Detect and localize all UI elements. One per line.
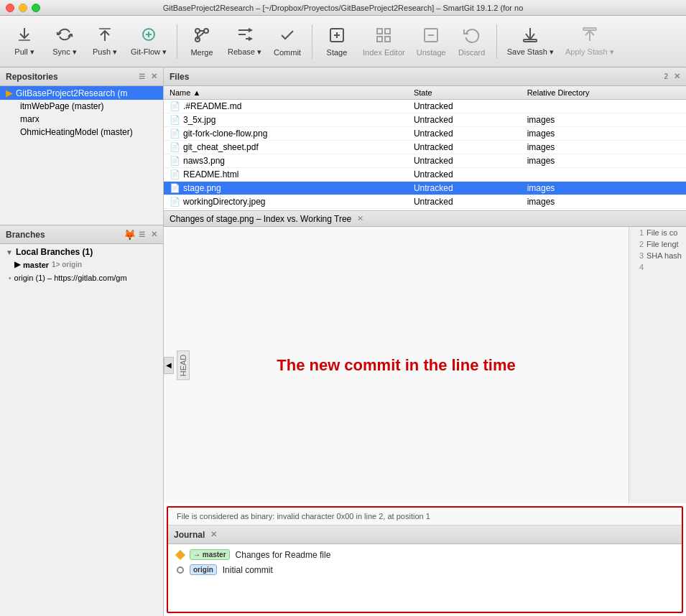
file-state-cell: Untracked bbox=[408, 141, 522, 154]
file-name-cell: 📄.#README.md bbox=[164, 100, 408, 113]
close-button[interactable] bbox=[6, 4, 14, 12]
main-layout: Repositories ☰ ✕ ▶ GitBaseProject2Resear… bbox=[0, 67, 686, 616]
annotation-text: The new commit in the line time bbox=[277, 356, 516, 375]
head-label: HEAD bbox=[177, 350, 190, 380]
file-name-cell: 📄naws3.png bbox=[164, 154, 408, 168]
table-row[interactable]: 📄README.html Untracked bbox=[164, 168, 686, 182]
commit-msg-2: Initial commit bbox=[223, 565, 273, 575]
save-stash-label: Save Stash ▾ bbox=[507, 47, 554, 57]
minimize-button[interactable] bbox=[19, 4, 27, 12]
branch-tracking: 1> origin bbox=[52, 261, 82, 269]
svg-rect-7 bbox=[377, 37, 382, 42]
pull-button[interactable]: Pull ▾ bbox=[6, 20, 43, 63]
window-title: GitBaseProject2Research – [~/Dropbox/Pro… bbox=[163, 4, 524, 12]
changes-close-icon[interactable]: ✕ bbox=[357, 214, 363, 223]
binary-notice: File is considered as binary: invalid ch… bbox=[168, 508, 682, 526]
repo-name-itmwebpage: itmWebPage (master) bbox=[20, 101, 157, 111]
local-branches-header[interactable]: ▼ Local Branches (1) bbox=[0, 246, 163, 258]
files-close-icon[interactable]: ✕ bbox=[674, 72, 680, 81]
local-branches-label: Local Branches (1) bbox=[16, 247, 93, 257]
apply-stash-button[interactable]: Apply Stash ▾ bbox=[561, 20, 618, 63]
origin-badge: origin bbox=[190, 564, 217, 575]
file-state-cell: Untracked bbox=[408, 195, 522, 209]
file-state-cell: Untracked bbox=[408, 127, 522, 141]
repositories-list: ▶ GitBaseProject2Research (m itmWebPage … bbox=[0, 86, 163, 139]
file-name-cell: 📄README.html bbox=[164, 168, 408, 182]
repo-name-gitbase: GitBaseProject2Research (m bbox=[16, 88, 157, 98]
origin-bullet: • bbox=[9, 274, 11, 282]
table-row[interactable]: 📄3_5x.jpg Untracked images bbox=[164, 113, 686, 127]
table-row[interactable]: 📄stage.png Untracked images bbox=[164, 182, 686, 195]
git-flow-button[interactable]: Git-Flow ▾ bbox=[126, 20, 171, 63]
branches-panel: Branches 🦊 ☰ ✕ ▼ Local Branches (1) ▶ ma… bbox=[0, 225, 163, 616]
repo-item-gitbase[interactable]: ▶ GitBaseProject2Research (m bbox=[0, 86, 163, 100]
table-row[interactable]: 📄workingDirectory.jpeg Untracked images bbox=[164, 195, 686, 209]
branch-item-master[interactable]: ▶ master 1> origin bbox=[0, 258, 163, 271]
file-state-cell: Untracked bbox=[408, 100, 522, 113]
gitlab-icon: 🦊 bbox=[124, 229, 136, 241]
sync-button[interactable]: Sync ▾ bbox=[46, 20, 83, 63]
repositories-menu-icon[interactable]: ☰ bbox=[139, 73, 145, 80]
stage-button[interactable]: Stage bbox=[318, 20, 356, 63]
journal-header: Journal ✕ bbox=[168, 526, 682, 544]
col-name-header: Name ▲ bbox=[164, 86, 408, 100]
apply-stash-label: Apply Stash ▾ bbox=[565, 47, 614, 57]
repositories-header: Repositories ☰ ✕ bbox=[0, 67, 163, 86]
changes-panel: Changes of stage.png – Index vs. Working… bbox=[164, 211, 686, 616]
file-dir-cell: images bbox=[522, 127, 686, 141]
journal-title: Journal bbox=[174, 530, 205, 540]
file-dir-cell: images bbox=[522, 195, 686, 209]
repo-item-ohmic[interactable]: OhmicHeatingModel (master) bbox=[0, 126, 163, 139]
red-border-section: File is considered as binary: invalid ch… bbox=[167, 506, 683, 613]
toolbar: Pull ▾ Sync ▾ Push ▾ bbox=[0, 16, 686, 67]
collapse-arrow[interactable]: ◀ bbox=[164, 357, 174, 374]
git-flow-icon bbox=[140, 26, 157, 46]
push-button[interactable]: Push ▾ bbox=[86, 20, 124, 63]
maximize-button[interactable] bbox=[32, 4, 40, 12]
rebase-button[interactable]: Rebase ▾ bbox=[223, 20, 266, 63]
merge-icon bbox=[193, 27, 210, 47]
file-icon: 📄 bbox=[170, 169, 180, 179]
repositories-close-icon[interactable]: ✕ bbox=[151, 72, 157, 81]
file-icon: 📄 bbox=[170, 129, 180, 139]
commit-button[interactable]: Commit bbox=[269, 20, 306, 63]
file-dir-cell: images bbox=[522, 182, 686, 195]
stage-icon bbox=[328, 27, 346, 47]
table-row[interactable]: 📄git_cheat_sheet.pdf Untracked images bbox=[164, 141, 686, 154]
journal-panel: Journal ✕ → master Changes for Readme fi… bbox=[168, 526, 682, 612]
repo-item-itmwebpage[interactable]: itmWebPage (master) bbox=[0, 100, 163, 113]
rebase-label: Rebase ▾ bbox=[228, 47, 261, 57]
journal-close-icon[interactable]: ✕ bbox=[210, 530, 217, 539]
apply-stash-icon bbox=[581, 26, 598, 46]
svg-rect-8 bbox=[385, 37, 390, 42]
unstage-button[interactable]: Unstage bbox=[412, 20, 450, 63]
commit-diamond-icon bbox=[175, 549, 185, 559]
file-name-cell: 📄git-fork-clone-flow.png bbox=[164, 127, 408, 141]
discard-button[interactable]: Discard bbox=[453, 20, 491, 63]
repo-name-marx: marx bbox=[20, 114, 157, 124]
file-state-cell: Untracked bbox=[408, 182, 522, 195]
repo-item-marx[interactable]: marx bbox=[0, 113, 163, 126]
origin-branch-item[interactable]: • origin (1) – https://gitlab.com/gm bbox=[0, 272, 163, 284]
file-name-cell: 📄git_cheat_sheet.pdf bbox=[164, 141, 408, 154]
pull-label: Pull ▾ bbox=[14, 47, 34, 57]
table-row[interactable]: 📄.#README.md Untracked bbox=[164, 100, 686, 113]
branches-title: Branches bbox=[6, 230, 45, 240]
diff-sidebar: 1 File is co 2 File lengt 3 SHA hash 4 bbox=[629, 227, 686, 503]
merge-button[interactable]: Merge bbox=[183, 20, 221, 63]
branches-close-icon[interactable]: ✕ bbox=[151, 230, 157, 239]
files-title: Files bbox=[170, 72, 189, 82]
save-stash-button[interactable]: Save Stash ▾ bbox=[503, 20, 558, 63]
table-row[interactable]: 📄git-fork-clone-flow.png Untracked image… bbox=[164, 127, 686, 141]
file-dir-cell: images bbox=[522, 141, 686, 154]
table-row[interactable]: 📄naws3.png Untracked images bbox=[164, 154, 686, 168]
index-editor-button[interactable]: Index Editor bbox=[358, 20, 409, 63]
col-dir-header: Relative Directory bbox=[522, 86, 686, 100]
journal-item-2[interactable]: origin Initial commit bbox=[168, 562, 682, 577]
journal-item-1[interactable]: → master Changes for Readme file bbox=[168, 547, 682, 562]
svg-rect-5 bbox=[377, 29, 382, 34]
branches-menu-icon[interactable]: ☰ bbox=[139, 230, 145, 238]
file-name-cell: 📄workingDirectory.jpeg bbox=[164, 195, 408, 209]
repo-icon: ▶ bbox=[6, 88, 13, 98]
save-stash-icon bbox=[522, 26, 539, 46]
